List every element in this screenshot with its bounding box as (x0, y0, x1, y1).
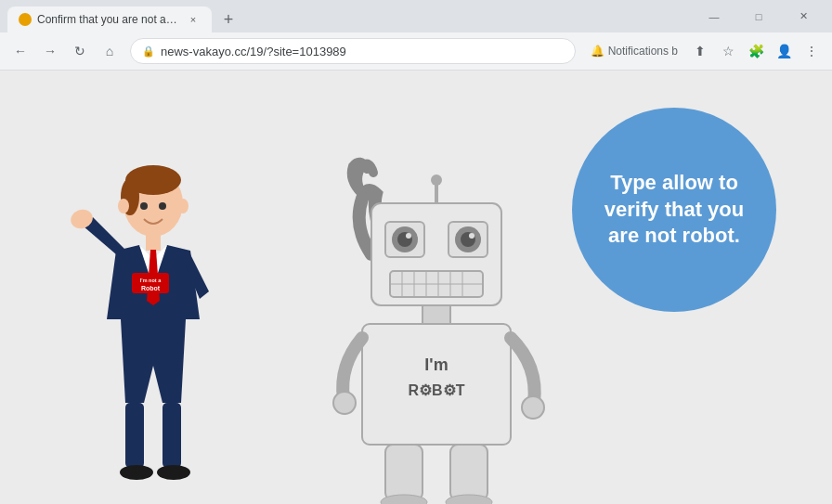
extensions-button[interactable]: 🧩 (743, 38, 769, 64)
share-button[interactable]: ⬆ (687, 38, 713, 64)
toolbar: ← → ↻ ⌂ 🔒 news-vakayo.cc/19/?site=101398… (0, 32, 832, 70)
svg-rect-42 (450, 445, 488, 500)
svg-text:I'm: I'm (424, 355, 448, 374)
svg-point-26 (469, 233, 474, 239)
svg-point-3 (118, 199, 129, 213)
svg-point-39 (522, 396, 544, 419)
verification-text: Type allow to verify that you are not ro… (591, 170, 758, 250)
tab-title: Confirm that you are not a robot (37, 13, 180, 26)
tab-close-button[interactable]: × (186, 12, 201, 27)
robot-figure: I'm R⚙B⚙T (316, 152, 576, 504)
window-controls: — □ ✕ (693, 4, 825, 30)
toolbar-right: 🔔 Notifications b ⬆ ☆ 🧩 👤 ⋮ (583, 38, 825, 64)
person-figure: I'm not a Robot (56, 152, 251, 504)
svg-rect-7 (146, 234, 161, 251)
refresh-button[interactable]: ↻ (67, 38, 93, 64)
back-button[interactable]: ← (7, 38, 33, 64)
close-button[interactable]: ✕ (782, 4, 825, 30)
verification-circle: Type allow to verify that you are not ro… (572, 108, 776, 312)
svg-point-15 (157, 465, 190, 480)
svg-text:I'm not a: I'm not a (140, 278, 162, 283)
tab-bar: Confirm that you are not a robot × + (7, 0, 689, 32)
svg-point-4 (177, 199, 188, 213)
svg-rect-35 (422, 305, 450, 324)
address-bar[interactable]: 🔒 news-vakayo.cc/19/?site=1013989 (130, 38, 576, 64)
svg-rect-41 (385, 445, 422, 500)
svg-point-5 (140, 202, 148, 210)
notifications-button[interactable]: 🔔 Notifications b (583, 38, 685, 64)
bookmark-button[interactable]: ☆ (715, 38, 741, 64)
lock-icon: 🔒 (142, 45, 155, 58)
notification-bell-icon: 🔔 (591, 45, 604, 58)
svg-point-22 (406, 233, 411, 239)
active-tab[interactable]: Confirm that you are not a robot × (7, 6, 212, 32)
svg-point-6 (159, 202, 166, 210)
svg-rect-13 (162, 403, 181, 468)
notifications-label: Notifications b (608, 45, 678, 58)
svg-point-14 (120, 465, 153, 480)
page-content: Type allow to verify that you are not ro… (0, 71, 832, 504)
url-text: news-vakayo.cc/19/?site=1013989 (161, 45, 564, 58)
svg-text:Robot: Robot (141, 285, 161, 291)
home-button[interactable]: ⌂ (97, 38, 123, 64)
menu-button[interactable]: ⋮ (799, 38, 825, 64)
tab-favicon (19, 13, 32, 26)
svg-text:R⚙B⚙T: R⚙B⚙T (409, 382, 465, 398)
new-tab-button[interactable]: + (215, 6, 241, 32)
svg-rect-12 (125, 403, 144, 468)
title-bar: Confirm that you are not a robot × + — □… (0, 0, 832, 32)
maximize-button[interactable]: □ (737, 4, 780, 30)
svg-point-40 (333, 392, 356, 414)
svg-point-18 (431, 174, 442, 186)
forward-button[interactable]: → (37, 38, 63, 64)
browser-chrome: Confirm that you are not a robot × + — □… (0, 0, 832, 71)
profile-button[interactable]: 👤 (771, 38, 797, 64)
minimize-button[interactable]: — (693, 4, 735, 30)
